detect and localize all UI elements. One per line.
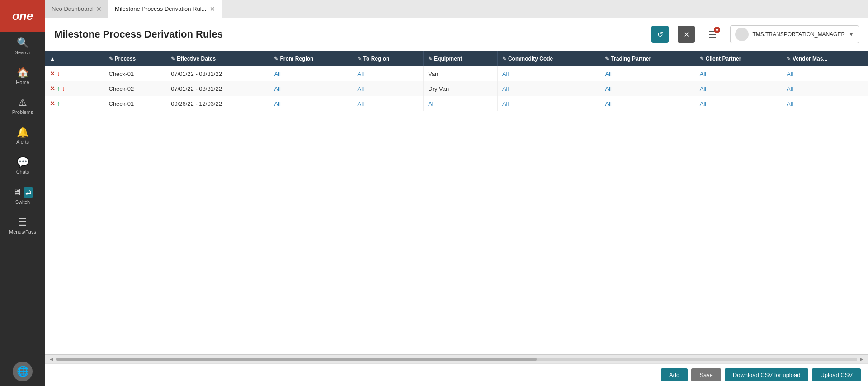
row-trading_partner-cell[interactable]: All: [600, 66, 695, 81]
scroll-track[interactable]: [56, 358, 857, 361]
save-button[interactable]: Save: [691, 368, 721, 381]
col-equipment-header[interactable]: ✎ Equipment: [424, 51, 498, 66]
row-trading_partner-cell[interactable]: All: [600, 81, 695, 96]
row-commodity_code-cell[interactable]: All: [497, 81, 600, 96]
col-commodity-header[interactable]: ✎ Commodity Code: [497, 51, 600, 66]
refresh-button[interactable]: ↺: [651, 26, 669, 43]
row-vendor_master-cell[interactable]: All: [782, 66, 868, 81]
col-process-header[interactable]: ✎ Process: [104, 51, 166, 66]
row-from_region-cell[interactable]: All: [269, 96, 353, 111]
tab-milestone-rules-close[interactable]: ✕: [210, 6, 215, 12]
tab-milestone-rules[interactable]: Milestone Process Derivation Rul... ✕: [108, 0, 222, 18]
sidebar-item-chats[interactable]: 💬 Chats: [0, 151, 45, 181]
page-header: Milestone Process Derivation Rules ↺ ✕ ☰…: [45, 18, 868, 51]
tab-neo-dashboard-close[interactable]: ✕: [96, 6, 102, 12]
table-row: ✕↑Check-0109/26/22 - 12/03/22AllAllAllAl…: [45, 96, 868, 111]
col-vendor-master-header[interactable]: ✎ Vendor Mas...: [782, 51, 868, 66]
row-effective_dates-cell[interactable]: 07/01/22 - 08/31/22: [166, 66, 269, 81]
row-to_region-cell[interactable]: All: [353, 66, 424, 81]
home-icon: 🏠: [17, 68, 29, 78]
row-client_partner-cell[interactable]: All: [695, 96, 782, 111]
row-process-cell[interactable]: Check-01: [104, 66, 166, 81]
download-csv-button[interactable]: Download CSV for upload: [725, 368, 809, 381]
row-to_region-cell[interactable]: All: [353, 81, 424, 96]
edit-icon: ✎: [502, 56, 506, 62]
page-footer: Add Save Download CSV for upload Upload …: [45, 363, 868, 386]
row-actions-cell: ✕↑↓: [45, 81, 104, 96]
row-effective_dates-cell[interactable]: 09/26/22 - 12/03/22: [166, 96, 269, 111]
row-equipment-cell[interactable]: Dry Van: [424, 81, 498, 96]
add-button[interactable]: Add: [661, 368, 688, 381]
edit-icon: ✎: [428, 56, 432, 62]
edit-icon: ✎: [605, 56, 609, 62]
row-delete-button[interactable]: ✕: [50, 70, 55, 77]
row-process-cell[interactable]: Check-02: [104, 81, 166, 96]
switch-screen-icon: 🖥: [13, 187, 22, 198]
edit-icon: ✎: [700, 56, 704, 62]
row-from_region-cell[interactable]: All: [269, 66, 353, 81]
row-to_region-cell[interactable]: All: [353, 96, 424, 111]
row-from_region-cell[interactable]: All: [269, 81, 353, 96]
table-wrapper[interactable]: ▲ ✎ Process ✎: [45, 51, 868, 354]
col-from-region-header[interactable]: ✎ From Region: [269, 51, 353, 66]
row-effective_dates-cell[interactable]: 07/01/22 - 08/31/22: [166, 81, 269, 96]
edit-icon: ✎: [171, 56, 175, 62]
horizontal-scrollbar[interactable]: ◀ ▶: [45, 354, 868, 363]
table-area: ▲ ✎ Process ✎: [45, 51, 868, 363]
page-content: Milestone Process Derivation Rules ↺ ✕ ☰…: [45, 18, 868, 386]
sidebar-item-switch[interactable]: 🖥 ⇄ Switch: [0, 181, 45, 211]
data-table: ▲ ✎ Process ✎: [45, 51, 868, 111]
user-dropdown[interactable]: TMS.TRANSPORTATION_MANAGER ▼: [730, 25, 859, 43]
upload-csv-button[interactable]: Upload CSV: [812, 368, 861, 381]
user-name: TMS.TRANSPORTATION_MANAGER: [752, 31, 845, 38]
row-process-cell[interactable]: Check-01: [104, 96, 166, 111]
scroll-thumb[interactable]: [56, 358, 537, 361]
col-effective-dates-header[interactable]: ✎ Effective Dates: [166, 51, 269, 66]
row-vendor_master-cell[interactable]: All: [782, 96, 868, 111]
search-icon: 🔍: [17, 38, 29, 48]
row-actions-cell: ✕↓: [45, 66, 104, 81]
row-commodity_code-cell[interactable]: All: [497, 66, 600, 81]
edit-icon: ✎: [109, 56, 113, 62]
chevron-down-icon: ▼: [849, 31, 854, 38]
sidebar-item-menus[interactable]: ☰ Menus/Favs: [0, 211, 45, 241]
sidebar: one 🔍 Search 🏠 Home ⚠ Problems 🔔 Alerts …: [0, 0, 45, 386]
row-delete-button[interactable]: ✕: [50, 85, 55, 92]
app-logo[interactable]: one: [0, 0, 45, 32]
row-vendor_master-cell[interactable]: All: [782, 81, 868, 96]
row-equipment-cell[interactable]: Van: [424, 66, 498, 81]
col-sort-header: ▲: [45, 51, 104, 66]
sidebar-item-problems[interactable]: ⚠ Problems: [0, 91, 45, 121]
sidebar-item-alerts[interactable]: 🔔 Alerts: [0, 121, 45, 151]
table-row: ✕↓Check-0107/01/22 - 08/31/22AllAllVanAl…: [45, 66, 868, 81]
user-avatar-small: [735, 28, 749, 41]
row-client_partner-cell[interactable]: All: [695, 81, 782, 96]
menu-button[interactable]: ☰ ★: [704, 26, 721, 43]
main-area: Neo Dashboard ✕ Milestone Process Deriva…: [45, 0, 868, 386]
col-to-region-header[interactable]: ✎ To Region: [353, 51, 424, 66]
row-delete-button[interactable]: ✕: [50, 100, 55, 107]
row-move-down-button[interactable]: ↓: [62, 85, 65, 92]
row-equipment-cell[interactable]: All: [424, 96, 498, 111]
row-move-down-button[interactable]: ↓: [57, 70, 60, 77]
col-client-partner-header[interactable]: ✎ Client Partner: [695, 51, 782, 66]
warning-icon: ⚠: [18, 98, 27, 108]
close-button[interactable]: ✕: [678, 26, 695, 43]
table-row: ✕↑↓Check-0207/01/22 - 08/31/22AllAllDry …: [45, 81, 868, 96]
row-trading_partner-cell[interactable]: All: [600, 96, 695, 111]
switch-arrow-icon: ⇄: [24, 187, 33, 198]
refresh-icon: ↺: [657, 30, 663, 39]
row-commodity_code-cell[interactable]: All: [497, 96, 600, 111]
sidebar-item-search[interactable]: 🔍 Search: [0, 32, 45, 61]
scroll-right-button[interactable]: ▶: [860, 357, 863, 362]
row-move-up-button[interactable]: ↑: [57, 85, 60, 92]
row-client_partner-cell[interactable]: All: [695, 66, 782, 81]
page-title: Milestone Process Derivation Rules: [54, 28, 642, 40]
scroll-left-button[interactable]: ◀: [50, 357, 53, 362]
star-badge: ★: [714, 27, 720, 33]
col-trading-partner-header[interactable]: ✎ Trading Partner: [600, 51, 695, 66]
sidebar-item-home[interactable]: 🏠 Home: [0, 61, 45, 91]
user-avatar[interactable]: 🌐: [13, 362, 33, 381]
row-move-up-button[interactable]: ↑: [57, 100, 60, 107]
tab-neo-dashboard[interactable]: Neo Dashboard ✕: [45, 0, 108, 18]
